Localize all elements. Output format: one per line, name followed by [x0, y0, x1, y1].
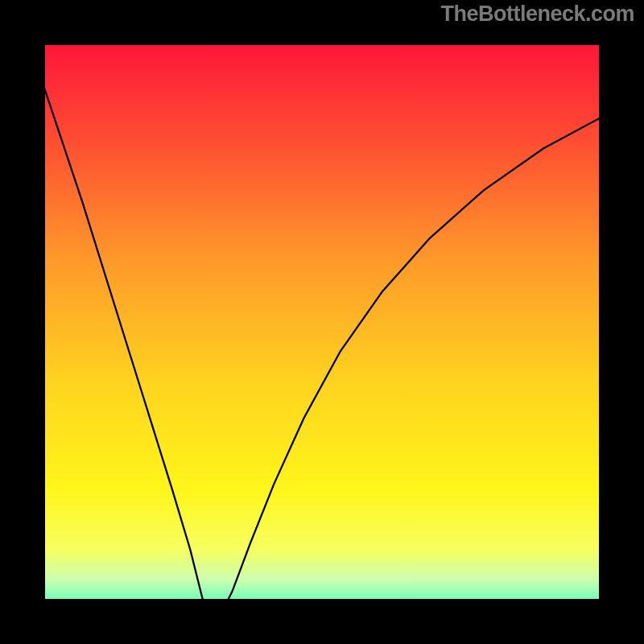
plot-background	[23, 23, 621, 621]
watermark-text: TheBottleneck.com	[440, 2, 634, 27]
bottleneck-chart	[0, 0, 644, 644]
